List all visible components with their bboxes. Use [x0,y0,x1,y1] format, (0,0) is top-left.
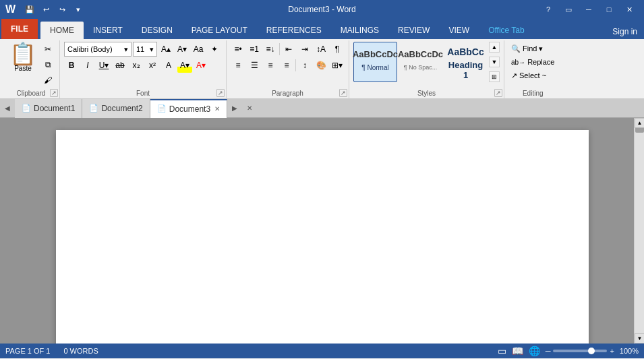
zoom-minus-button[interactable]: ─ [546,347,551,355]
page-info[interactable]: PAGE 1 OF 1 [5,347,50,355]
style-heading1[interactable]: AaBbCc Heading 1 [444,42,488,82]
format-painter-button[interactable]: 🖌 [40,73,55,88]
quick-access-toolbar: 💾 ↩ ↪ ▾ [22,2,86,17]
copy-button[interactable]: ⧉ [40,57,55,72]
justify-button[interactable]: ≡ [279,58,294,73]
italic-button[interactable]: I [80,58,95,73]
tab-references[interactable]: REFERENCES [257,22,331,39]
borders-button[interactable]: ⊞▾ [330,58,345,73]
doc3-icon: 📄 [157,104,167,113]
align-right-button[interactable]: ≡ [263,58,278,73]
strikethrough-button[interactable]: ab [113,58,127,73]
align-center-button[interactable]: ☰ [247,58,262,73]
document-tab-2[interactable]: 📄 Document2 [82,99,150,118]
numbering-button[interactable]: ≡1 [247,42,262,57]
bullets-button[interactable]: ≡• [231,42,245,57]
tab-scroll-right-button[interactable]: ▶ [227,99,242,118]
document-area: ▲ ▼ [0,118,644,344]
styles-expand-button[interactable]: ⊞ [489,71,500,82]
decrease-font-button[interactable]: A▾ [175,42,189,57]
zoom-level[interactable]: 100% [620,347,639,355]
styles-scroll-down-button[interactable]: ▼ [489,57,500,67]
show-formatting-button[interactable]: ¶ [330,42,345,57]
doc3-close-button[interactable]: ✕ [214,105,220,112]
help-button[interactable]: ? [539,0,558,19]
sort-button[interactable]: ↕A [314,42,328,57]
clear-formatting-button[interactable]: ✦ [207,42,222,57]
paragraph-row1: ≡• ≡1 ≡↓ ⇤ ⇥ ↕A ¶ [231,42,345,57]
tab-review[interactable]: REVIEW [388,22,439,39]
ribbon-display-button[interactable]: ▭ [559,0,578,19]
styles-expand-dialog-button[interactable]: ↗ [494,89,502,97]
tab-page-layout[interactable]: PAGE LAYOUT [182,22,257,39]
customize-qa-button[interactable]: ▾ [71,2,86,17]
subscript-button[interactable]: x₂ [129,58,144,73]
font-size-chevron: ▾ [150,45,154,54]
editing-label: Editing [504,90,561,97]
increase-font-button[interactable]: A▴ [158,42,173,57]
maximize-button[interactable]: □ [599,0,618,19]
read-mode-button[interactable]: 📖 [512,346,523,356]
paste-button[interactable]: 📋 Paste [7,42,39,73]
redo-qa-button[interactable]: ↪ [55,2,69,17]
tab-scroll-left-button[interactable]: ◀ [0,99,15,118]
replace-button[interactable]: ab→ Replace [508,55,557,69]
change-case-button[interactable]: Aa [191,42,206,57]
font-family-selector[interactable]: Calibri (Body) ▾ [64,42,131,57]
sign-in-button[interactable]: Sign in [606,24,644,39]
increase-indent-button[interactable]: ⇥ [297,42,312,57]
scroll-down-button[interactable]: ▼ [635,333,644,344]
doc1-label: Document1 [34,104,75,113]
zoom-plus-button[interactable]: + [610,347,614,355]
style-nospace[interactable]: AaBbCcDc ¶ No Spac... [399,42,442,82]
document-tab-1[interactable]: 📄 Document1 [15,99,82,118]
align-left-button[interactable]: ≡ [231,58,245,73]
tab-file[interactable]: FILE [1,19,38,39]
tab-close-all-button[interactable]: ✕ [242,99,257,118]
document-scroll-area[interactable] [0,118,644,344]
underline-button[interactable]: U▾ [96,58,111,73]
tab-view[interactable]: VIEW [439,22,479,39]
zoom-slider[interactable]: ─ + [546,347,614,355]
styles-scroll-up-button[interactable]: ▲ [489,42,500,53]
tab-office-tab[interactable]: Office Tab [479,22,534,39]
word-count[interactable]: 0 WORDS [63,347,98,355]
minimize-button[interactable]: ─ [579,0,598,19]
clipboard-expand-button[interactable]: ↗ [50,89,58,97]
document-page[interactable] [56,130,589,344]
decrease-indent-button[interactable]: ⇤ [281,42,296,57]
tab-insert[interactable]: INSERT [84,22,132,39]
tab-design[interactable]: DESIGN [132,22,182,39]
text-effects-button[interactable]: A [161,58,176,73]
undo-qa-button[interactable]: ↩ [38,2,53,17]
document-tab-3[interactable]: 📄 Document3 ✕ [150,99,227,118]
paragraph-expand-button[interactable]: ↗ [339,89,347,97]
style-heading1-label: Heading 1 [447,60,484,80]
bold-button[interactable]: B [64,58,79,73]
word-icon[interactable]: W [5,3,16,15]
select-button[interactable]: ↗ Select ~ [508,69,557,82]
window-title: Document3 - Word [288,5,355,14]
font-expand-button[interactable]: ↗ [216,89,225,97]
multilevel-list-button[interactable]: ≡↓ [263,42,278,57]
layout-view-button[interactable]: ▭ [498,346,506,356]
doc3-label: Document3 [169,104,210,114]
line-spacing-button[interactable]: ↕ [297,58,312,73]
save-qa-button[interactable]: 💾 [22,2,37,17]
zoom-track[interactable] [553,350,607,352]
cut-button[interactable]: ✂ [40,42,55,57]
font-color-button[interactable]: A▾ [194,58,208,73]
zoom-thumb[interactable] [588,348,595,354]
tab-home[interactable]: HOME [40,22,84,39]
font-size-selector[interactable]: 11 ▾ [133,42,157,57]
web-layout-button[interactable]: 🌐 [529,346,540,356]
superscript-button[interactable]: x² [145,58,160,73]
shading-button[interactable]: 🎨 [314,58,328,73]
style-normal[interactable]: AaBbCcDc ¶ Normal [353,42,397,82]
tab-mailings[interactable]: MAILINGS [331,22,388,39]
vertical-scrollbar[interactable]: ▲ ▼ [634,118,644,344]
text-highlight-button[interactable]: A▾ [177,58,192,73]
close-button[interactable]: ✕ [620,0,639,19]
find-button[interactable]: 🔍 Find ▾ [508,42,557,55]
scroll-up-button[interactable]: ▲ [635,118,644,128]
